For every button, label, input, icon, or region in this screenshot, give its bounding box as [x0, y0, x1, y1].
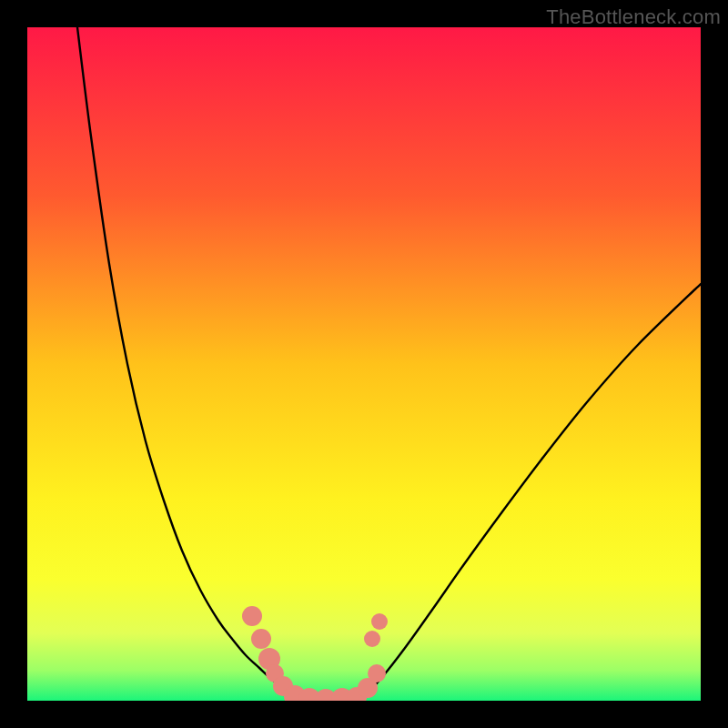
data-marker	[242, 606, 262, 626]
data-marker	[371, 613, 388, 630]
chart-frame: TheBottleneck.com	[0, 0, 728, 728]
watermark-text: TheBottleneck.com	[546, 5, 721, 29]
chart-svg	[27, 27, 701, 701]
data-marker	[364, 631, 380, 647]
plot-area	[27, 27, 701, 701]
data-marker	[251, 629, 271, 649]
data-marker	[368, 664, 386, 682]
